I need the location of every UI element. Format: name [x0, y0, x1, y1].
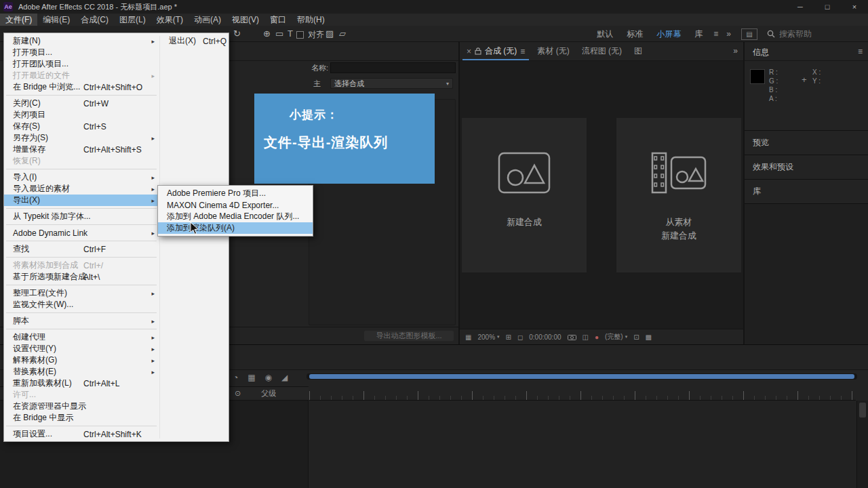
panel-tab[interactable]: × 合成 (无) ≡	[467, 42, 525, 60]
menu-item[interactable]: 恢复(R) ▸	[4, 155, 159, 167]
minimize-button[interactable]: ─	[787, 0, 814, 14]
menu-item[interactable]: 创建代理 ▸	[4, 331, 159, 343]
menubar-item[interactable]: 视图(V)	[226, 14, 264, 26]
menu-item[interactable]: 整理工程(文件) ▸	[4, 287, 159, 299]
menu-item[interactable]: 导入最近的素材 ▸	[4, 183, 159, 195]
rectangle-tool-icon[interactable]: ▭	[275, 28, 283, 39]
panel-menu-icon[interactable]: ≡	[858, 47, 863, 56]
panel-tab[interactable]: × 图 ≡	[634, 42, 642, 60]
panel-tab[interactable]: × 流程图 (无) ≡	[582, 42, 622, 60]
region-of-interest-icon[interactable]: ⊡	[633, 333, 639, 341]
motion-blur-icon[interactable]: ◉	[265, 373, 272, 382]
menubar-item[interactable]: 文件(F)	[0, 14, 37, 26]
submenu-item[interactable]: MAXON Cinema 4D Exporter...	[158, 199, 313, 211]
submenu-item[interactable]: Adobe Premiere Pro 项目...	[158, 188, 313, 199]
transparency-grid-icon[interactable]: ▩	[646, 333, 652, 341]
help-search-input[interactable]	[779, 29, 847, 39]
grid-guides-icon[interactable]: ⊞	[506, 333, 511, 341]
submenu-item[interactable]: 添加到渲染队列(A)	[158, 222, 313, 234]
menubar-item[interactable]: 编辑(E)	[37, 14, 75, 26]
panel-menu-icon[interactable]: ≡	[520, 47, 525, 56]
snapping-checkbox[interactable]	[296, 31, 304, 39]
menu-item[interactable]: 打开项目... ▸	[4, 47, 159, 58]
frame-blending-icon[interactable]: ▦	[248, 373, 255, 382]
panel-tab[interactable]: × 素材 (无) ≡	[537, 42, 569, 60]
composition-name-input[interactable]	[330, 62, 456, 73]
export-motion-graphics-template-button[interactable]: 导出动态图形模板...	[363, 330, 454, 342]
column-options-icon[interactable]: ⊙	[235, 389, 241, 398]
time-ruler[interactable]	[309, 386, 856, 401]
panel-header-tab[interactable]: 预览	[745, 130, 868, 155]
menubar-item[interactable]: 图层(L)	[114, 14, 151, 26]
menu-item[interactable]: 将素材添加到合成 Ctrl+/ ▸	[4, 260, 159, 271]
graph-editor-icon[interactable]: ◢	[281, 373, 288, 382]
panel-header-tab[interactable]: 库	[745, 179, 868, 203]
tab-close-icon[interactable]: ×	[467, 47, 471, 56]
menu-item[interactable]: 增量保存 Ctrl+Alt+Shift+S ▸	[4, 144, 159, 155]
menu-item[interactable]: 关闭(C) Ctrl+W ▸	[4, 98, 159, 109]
brush-tool-icon[interactable]: ▨	[326, 28, 334, 39]
panel-header-tab[interactable]: 效果和预设	[745, 155, 868, 179]
new-composition-from-footage-button[interactable]: 从素材 新建合成	[616, 118, 741, 272]
menu-item[interactable]: 查找 Ctrl+F ▸	[4, 243, 159, 255]
menu-item[interactable]: 打开团队项目... ▸	[4, 58, 159, 70]
menu-item[interactable]: 导入(I) ▸	[4, 171, 159, 183]
type-tool-icon[interactable]: T	[288, 28, 293, 39]
menubar-item[interactable]: 合成(C)	[75, 14, 114, 26]
show-channel-icon[interactable]: ●	[595, 333, 599, 341]
lock-icon[interactable]	[475, 47, 481, 55]
workspace-tab[interactable]: 小屏幕	[656, 28, 681, 40]
menu-item[interactable]: Adobe Dynamic Link ▸	[4, 227, 159, 239]
time-navigator-bar[interactable]	[309, 374, 854, 379]
menu-item[interactable]: 从 Typekit 添加字体... ▸	[4, 211, 159, 222]
menu-item[interactable]: 重新加载素材(L) Ctrl+Alt+L ▸	[4, 378, 159, 389]
menubar-item[interactable]: 效果(T)	[151, 14, 189, 26]
menu-item[interactable]: 在资源管理器中显示 ▸	[4, 401, 159, 412]
menubar-item[interactable]: 窗口	[264, 14, 292, 26]
menu-item[interactable]: 导出(X) ▸	[4, 195, 159, 206]
pan-behind-tool-icon[interactable]: ⊕	[263, 28, 271, 39]
rotate-tool-icon[interactable]: ↻	[233, 28, 241, 39]
workspace-tab[interactable]: 库	[694, 28, 703, 40]
show-snapshot-icon[interactable]: ◫	[583, 333, 589, 341]
menu-item[interactable]: 另存为(S) ▸	[4, 132, 159, 144]
menu-item[interactable]: 基于所选项新建合成 Alt+\ ▸	[4, 271, 159, 283]
workspace-tab[interactable]: 默认	[597, 28, 613, 40]
mask-visibility-icon[interactable]: ◻	[517, 333, 523, 341]
scrollbar-thumb[interactable]	[859, 403, 866, 418]
menu-item-quit[interactable]: 退出(X) Ctrl+Q	[160, 35, 229, 47]
menubar-item[interactable]: 动画(A)	[189, 14, 226, 26]
always-preview-icon[interactable]: ▦	[465, 333, 471, 341]
submenu-item[interactable]: 添加到 Adobe Media Encoder 队列...	[158, 211, 313, 222]
master-composition-dropdown[interactable]: 选择合成 ▾	[330, 78, 453, 89]
clone-stamp-tool-icon[interactable]: ▱	[339, 28, 346, 39]
maximize-button[interactable]: □	[814, 0, 841, 14]
hide-shy-layers-icon[interactable]: ◔	[233, 373, 238, 382]
menu-item[interactable]: 监视文件夹(W)... ▸	[4, 299, 159, 310]
menubar-item[interactable]: 帮助(H)	[292, 14, 330, 26]
snapshot-camera-icon[interactable]	[568, 334, 576, 340]
menu-item[interactable]: 项目设置... Ctrl+Alt+Shift+K ▸	[4, 428, 159, 440]
timeline-scrollbar[interactable]	[856, 401, 868, 488]
workspace-menu-icon[interactable]: ≡	[713, 29, 718, 39]
menu-item[interactable]: 关闭项目 ▸	[4, 109, 159, 121]
close-button[interactable]: ×	[841, 0, 868, 14]
menu-item[interactable]: 替换素材(E) ▸	[4, 366, 159, 378]
menu-item[interactable]: 设置代理(Y) ▸	[4, 343, 159, 354]
panel-grid-icon[interactable]: ▤	[741, 28, 757, 40]
workspace-overflow-icon[interactable]: »	[726, 29, 731, 39]
layer-lanes-area[interactable]	[309, 401, 856, 488]
preview-timecode[interactable]: 0:00:00:00	[529, 333, 561, 341]
new-composition-button[interactable]: 新建合成	[462, 118, 587, 272]
menu-item[interactable]: 脚本 ▸	[4, 315, 159, 327]
menu-item[interactable]: 许可... ▸	[4, 389, 159, 401]
magnification-dropdown[interactable]: 200% ▾	[477, 333, 499, 341]
tab-overflow-icon[interactable]: »	[733, 46, 738, 56]
menu-item[interactable]: 新建(N) ▸	[4, 35, 159, 47]
menu-item[interactable]: 解释素材(G) ▸	[4, 354, 159, 366]
info-panel-header[interactable]: 信息 ≡	[745, 42, 868, 61]
workspace-tab[interactable]: 标准	[627, 28, 643, 40]
menu-item[interactable]: 打开最近的文件 ▸	[4, 70, 159, 81]
menu-item[interactable]: 在 Bridge 中浏览... Ctrl+Alt+Shift+O ▸	[4, 81, 159, 93]
menu-item[interactable]: 在 Bridge 中显示 ▸	[4, 412, 159, 424]
